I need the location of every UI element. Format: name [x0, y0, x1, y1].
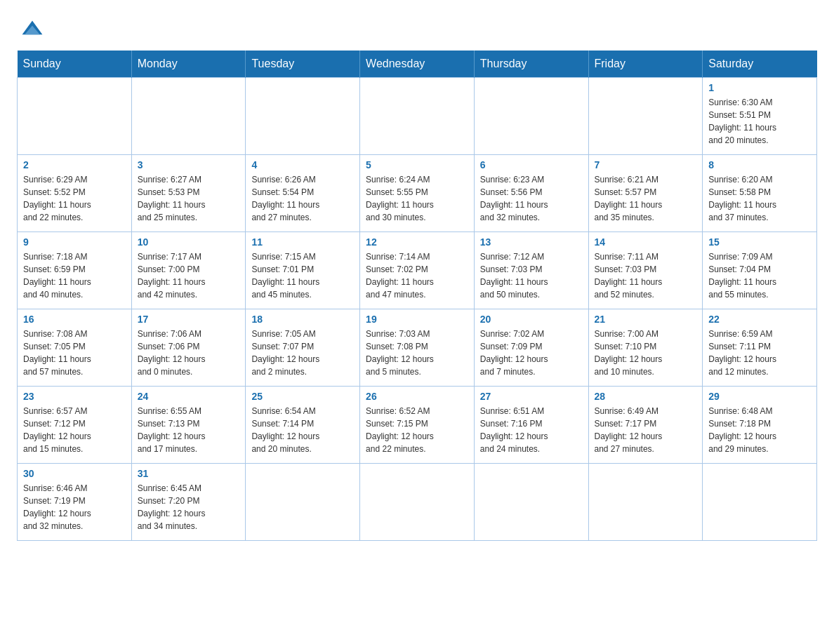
- calendar-cell: 25Sunrise: 6:54 AM Sunset: 7:14 PM Dayli…: [246, 387, 360, 464]
- day-info: Sunrise: 7:18 AM Sunset: 6:59 PM Dayligh…: [23, 250, 126, 301]
- day-info: Sunrise: 6:20 AM Sunset: 5:58 PM Dayligh…: [708, 173, 811, 224]
- day-info: Sunrise: 6:24 AM Sunset: 5:55 PM Dayligh…: [366, 173, 468, 224]
- weekday-header-saturday: Saturday: [703, 51, 817, 78]
- calendar-cell: [246, 464, 360, 541]
- calendar-cell: 30Sunrise: 6:46 AM Sunset: 7:19 PM Dayli…: [18, 464, 132, 541]
- day-number: 17: [138, 314, 240, 325]
- weekday-header-sunday: Sunday: [18, 51, 132, 78]
- day-number: 6: [480, 159, 583, 170]
- calendar-week-5: 23Sunrise: 6:57 AM Sunset: 7:12 PM Dayli…: [18, 387, 817, 464]
- calendar-cell: 14Sunrise: 7:11 AM Sunset: 7:03 PM Dayli…: [588, 232, 703, 309]
- day-info: Sunrise: 7:06 AM Sunset: 7:06 PM Dayligh…: [138, 328, 240, 378]
- calendar-week-1: 1Sunrise: 6:30 AM Sunset: 5:51 PM Daylig…: [18, 78, 817, 155]
- calendar-cell: 1Sunrise: 6:30 AM Sunset: 5:51 PM Daylig…: [703, 78, 817, 155]
- calendar-cell: 13Sunrise: 7:12 AM Sunset: 7:03 PM Dayli…: [474, 232, 588, 309]
- calendar-cell: 26Sunrise: 6:52 AM Sunset: 7:15 PM Dayli…: [360, 387, 475, 464]
- calendar-week-4: 16Sunrise: 7:08 AM Sunset: 7:05 PM Dayli…: [18, 309, 817, 387]
- calendar-cell: 23Sunrise: 6:57 AM Sunset: 7:12 PM Dayli…: [18, 387, 132, 464]
- calendar-cell: [18, 78, 132, 155]
- calendar-week-6: 30Sunrise: 6:46 AM Sunset: 7:19 PM Dayli…: [18, 464, 817, 541]
- day-number: 15: [708, 236, 811, 248]
- day-info: Sunrise: 6:30 AM Sunset: 5:51 PM Dayligh…: [708, 96, 811, 147]
- day-info: Sunrise: 7:15 AM Sunset: 7:01 PM Dayligh…: [251, 250, 354, 301]
- day-info: Sunrise: 6:46 AM Sunset: 7:19 PM Dayligh…: [23, 482, 126, 532]
- calendar-cell: 29Sunrise: 6:48 AM Sunset: 7:18 PM Dayli…: [703, 387, 817, 464]
- day-number: 7: [595, 159, 697, 170]
- calendar-cell: 6Sunrise: 6:23 AM Sunset: 5:56 PM Daylig…: [474, 155, 588, 232]
- weekday-header-friday: Friday: [588, 51, 703, 78]
- page-header: [17, 17, 817, 39]
- calendar-cell: 2Sunrise: 6:29 AM Sunset: 5:52 PM Daylig…: [18, 155, 132, 232]
- day-number: 31: [138, 468, 240, 479]
- calendar-cell: [131, 78, 246, 155]
- weekday-header-monday: Monday: [131, 51, 246, 78]
- day-number: 11: [251, 236, 354, 248]
- day-info: Sunrise: 7:09 AM Sunset: 7:04 PM Dayligh…: [708, 250, 811, 301]
- day-info: Sunrise: 7:00 AM Sunset: 7:10 PM Dayligh…: [595, 328, 697, 378]
- logo: [17, 17, 45, 39]
- calendar-cell: 24Sunrise: 6:55 AM Sunset: 7:13 PM Dayli…: [131, 387, 246, 464]
- calendar-cell: [588, 464, 703, 541]
- calendar-cell: [474, 78, 588, 155]
- day-number: 2: [23, 159, 126, 170]
- calendar-cell: 5Sunrise: 6:24 AM Sunset: 5:55 PM Daylig…: [360, 155, 475, 232]
- day-info: Sunrise: 6:49 AM Sunset: 7:17 PM Dayligh…: [595, 405, 697, 455]
- day-info: Sunrise: 6:51 AM Sunset: 7:16 PM Dayligh…: [480, 405, 583, 455]
- day-number: 19: [366, 314, 468, 325]
- calendar-cell: [588, 78, 703, 155]
- calendar-cell: 12Sunrise: 7:14 AM Sunset: 7:02 PM Dayli…: [360, 232, 475, 309]
- day-number: 8: [708, 159, 811, 170]
- day-info: Sunrise: 7:02 AM Sunset: 7:09 PM Dayligh…: [480, 328, 583, 378]
- day-info: Sunrise: 6:29 AM Sunset: 5:52 PM Dayligh…: [23, 173, 126, 224]
- calendar-cell: [474, 464, 588, 541]
- calendar-header-row: SundayMondayTuesdayWednesdayThursdayFrid…: [18, 51, 817, 78]
- day-number: 16: [23, 314, 126, 325]
- day-number: 14: [595, 236, 697, 248]
- weekday-header-tuesday: Tuesday: [246, 51, 360, 78]
- day-number: 30: [23, 468, 126, 479]
- day-number: 9: [23, 236, 126, 248]
- day-info: Sunrise: 6:26 AM Sunset: 5:54 PM Dayligh…: [251, 173, 354, 224]
- day-number: 20: [480, 314, 583, 325]
- day-info: Sunrise: 6:54 AM Sunset: 7:14 PM Dayligh…: [251, 405, 354, 455]
- day-number: 4: [251, 159, 354, 170]
- weekday-header-wednesday: Wednesday: [360, 51, 475, 78]
- calendar-cell: 22Sunrise: 6:59 AM Sunset: 7:11 PM Dayli…: [703, 309, 817, 387]
- calendar-cell: 19Sunrise: 7:03 AM Sunset: 7:08 PM Dayli…: [360, 309, 475, 387]
- calendar-cell: 31Sunrise: 6:45 AM Sunset: 7:20 PM Dayli…: [131, 464, 246, 541]
- day-info: Sunrise: 7:12 AM Sunset: 7:03 PM Dayligh…: [480, 250, 583, 301]
- day-number: 24: [138, 391, 240, 402]
- calendar-table: SundayMondayTuesdayWednesdayThursdayFrid…: [17, 51, 817, 541]
- day-number: 22: [708, 314, 811, 325]
- day-info: Sunrise: 7:11 AM Sunset: 7:03 PM Dayligh…: [595, 250, 697, 301]
- day-info: Sunrise: 6:57 AM Sunset: 7:12 PM Dayligh…: [23, 405, 126, 455]
- day-number: 29: [708, 391, 811, 402]
- day-number: 21: [595, 314, 697, 325]
- day-info: Sunrise: 7:05 AM Sunset: 7:07 PM Dayligh…: [251, 328, 354, 378]
- day-info: Sunrise: 7:08 AM Sunset: 7:05 PM Dayligh…: [23, 328, 126, 378]
- calendar-cell: 27Sunrise: 6:51 AM Sunset: 7:16 PM Dayli…: [474, 387, 588, 464]
- day-number: 13: [480, 236, 583, 248]
- day-info: Sunrise: 6:52 AM Sunset: 7:15 PM Dayligh…: [366, 405, 468, 455]
- day-number: 27: [480, 391, 583, 402]
- day-info: Sunrise: 6:27 AM Sunset: 5:53 PM Dayligh…: [138, 173, 240, 224]
- weekday-header-thursday: Thursday: [474, 51, 588, 78]
- day-info: Sunrise: 6:59 AM Sunset: 7:11 PM Dayligh…: [708, 328, 811, 378]
- calendar-cell: 20Sunrise: 7:02 AM Sunset: 7:09 PM Dayli…: [474, 309, 588, 387]
- calendar-cell: 15Sunrise: 7:09 AM Sunset: 7:04 PM Dayli…: [703, 232, 817, 309]
- calendar-cell: 21Sunrise: 7:00 AM Sunset: 7:10 PM Dayli…: [588, 309, 703, 387]
- calendar-cell: 3Sunrise: 6:27 AM Sunset: 5:53 PM Daylig…: [131, 155, 246, 232]
- day-info: Sunrise: 7:17 AM Sunset: 7:00 PM Dayligh…: [138, 250, 240, 301]
- day-number: 10: [138, 236, 240, 248]
- day-number: 3: [138, 159, 240, 170]
- day-info: Sunrise: 6:23 AM Sunset: 5:56 PM Dayligh…: [480, 173, 583, 224]
- day-info: Sunrise: 6:21 AM Sunset: 5:57 PM Dayligh…: [595, 173, 697, 224]
- calendar-cell: 11Sunrise: 7:15 AM Sunset: 7:01 PM Dayli…: [246, 232, 360, 309]
- calendar-cell: [703, 464, 817, 541]
- calendar-cell: 7Sunrise: 6:21 AM Sunset: 5:57 PM Daylig…: [588, 155, 703, 232]
- day-number: 28: [595, 391, 697, 402]
- day-info: Sunrise: 6:55 AM Sunset: 7:13 PM Dayligh…: [138, 405, 240, 455]
- day-number: 26: [366, 391, 468, 402]
- calendar-week-3: 9Sunrise: 7:18 AM Sunset: 6:59 PM Daylig…: [18, 232, 817, 309]
- day-info: Sunrise: 6:45 AM Sunset: 7:20 PM Dayligh…: [138, 482, 240, 532]
